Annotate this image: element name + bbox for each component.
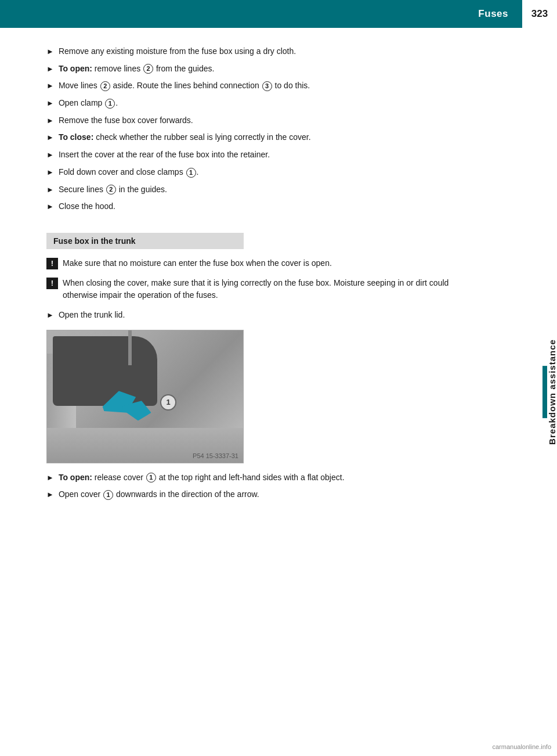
bullet-text: Open clamp 1.	[59, 97, 118, 110]
bullet-arrow: ►	[46, 309, 54, 321]
bullet-text: To open: remove lines 2 from the guides.	[59, 63, 215, 75]
bullet-arrow: ►	[46, 98, 54, 109]
bullet-item: ► Secure lines 2 in the guides.	[46, 183, 464, 196]
notice-text: Make sure that no moisture can enter the…	[63, 257, 332, 270]
bullet-arrow: ►	[46, 132, 54, 143]
circle-label-1: 1	[160, 394, 176, 411]
bullet-item: ► Fold down cover and close clamps 1.	[46, 166, 464, 179]
bullet-text: Open cover 1 downwards in the direction …	[59, 488, 259, 501]
notice-text: When closing the cover, make sure that i…	[63, 277, 464, 302]
bullet-text: To close: check whether the rubber seal …	[59, 131, 311, 144]
bullet-item: ► Close the hood.	[46, 200, 464, 213]
bullet-item: ► Insert the cover at the rear of the fu…	[46, 149, 464, 161]
car-trunk-graphic: 1	[47, 330, 243, 463]
bullet-text: Secure lines 2 in the guides.	[59, 183, 167, 196]
header-title: Fuses	[478, 8, 508, 20]
bullet-item: ► Open clamp 1.	[46, 97, 464, 110]
footer-logo: carmanualonline.info	[492, 743, 551, 750]
notice-item: ! When closing the cover, make sure that…	[46, 277, 464, 302]
bullet-text: Remove the fuse box cover forwards.	[59, 114, 193, 127]
bullet-arrow: ►	[46, 489, 54, 501]
right-sidebar: Breakdown assistance	[499, 28, 557, 756]
bullet-text: Remove any existing moisture from the fu…	[59, 45, 296, 58]
image-caption: P54 15-3337-31	[193, 452, 238, 459]
bullet-item: ► Open cover 1 downwards in the directio…	[46, 488, 464, 501]
bullet-item: ► Move lines 2 aside. Route the lines be…	[46, 80, 464, 92]
bullet-arrow: ►	[46, 46, 54, 57]
header-bar: Fuses 323	[0, 0, 557, 28]
bullet-text: Fold down cover and close clamps 1.	[59, 166, 199, 179]
bullet-arrow: ►	[46, 472, 54, 484]
footer-logo-text: carmanualonline.info	[492, 743, 551, 750]
warning-icon: !	[46, 258, 58, 269]
bullet-arrow: ►	[46, 201, 54, 213]
bullet-arrow: ►	[46, 115, 54, 127]
trunk-image: 1 P54 15-3337-31	[46, 330, 244, 463]
bullet-arrow: ►	[46, 184, 54, 196]
bullet-arrow: ►	[46, 80, 54, 92]
sidebar-accent-bar	[542, 366, 547, 418]
content-area: ► Remove any existing moisture from the …	[0, 28, 499, 756]
section-label: Fuse box in the trunk	[46, 233, 244, 249]
bullet-arrow: ►	[46, 149, 54, 161]
bullet-arrow: ►	[46, 167, 54, 178]
bullet-text: Close the hood.	[59, 200, 115, 213]
bullet-item: ► To open: release cover 1 at the top ri…	[46, 471, 464, 484]
main-layout: ► Remove any existing moisture from the …	[0, 28, 557, 756]
bullet-item: ► Remove any existing moisture from the …	[46, 45, 464, 58]
bullet-item: ► To close: check whether the rubber sea…	[46, 131, 464, 144]
bullet-item: ► Open the trunk lid.	[46, 309, 464, 322]
bullet-item: ► To open: remove lines 2 from the guide…	[46, 63, 464, 75]
sidebar-label-container: Breakdown assistance	[542, 339, 557, 445]
warning-icon: !	[46, 278, 58, 289]
bullet-text: To open: release cover 1 at the top righ…	[59, 471, 345, 484]
bullet-text: Open the trunk lid.	[59, 309, 125, 322]
bullet-arrow: ►	[46, 63, 54, 75]
bullet-text: Insert the cover at the rear of the fuse…	[59, 149, 270, 161]
bullet-item: ► Remove the fuse box cover forwards.	[46, 114, 464, 127]
bullet-text: Move lines 2 aside. Route the lines behi…	[59, 80, 310, 92]
sidebar-label: Breakdown assistance	[547, 339, 557, 445]
notice-item: ! Make sure that no moisture can enter t…	[46, 257, 464, 270]
page-number: 323	[522, 0, 557, 28]
